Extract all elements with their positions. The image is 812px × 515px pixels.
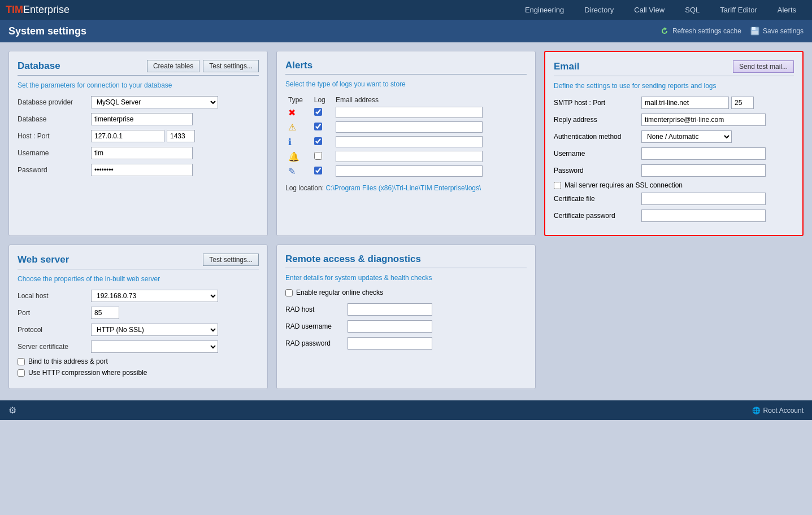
alert-row-edit: ✎ xyxy=(285,164,527,178)
rad-password-input[interactable] xyxy=(348,337,432,350)
alert-error-email-input[interactable] xyxy=(336,107,483,118)
email-password-input[interactable] xyxy=(641,164,766,177)
save-settings-button[interactable]: Save settings xyxy=(750,26,804,36)
rad-password-label: RAD password xyxy=(285,339,348,347)
logo-enterprise: Enterprise xyxy=(23,4,70,16)
rad-host-label: RAD host xyxy=(285,305,348,313)
alerts-panel: Alerts Select the type of logs you want … xyxy=(276,51,536,236)
reply-address-input[interactable] xyxy=(641,114,766,126)
db-username-input[interactable] xyxy=(91,147,193,159)
refresh-settings-button[interactable]: Refresh settings cache xyxy=(659,26,741,36)
db-host-label: Host : Port xyxy=(18,132,91,140)
alerts-col-email: Email address xyxy=(333,95,527,105)
reply-address-row: Reply address xyxy=(554,114,794,126)
webserver-port-row: Port xyxy=(18,307,259,319)
email-subtitle: Define the settings to use for sending r… xyxy=(554,82,794,90)
db-password-input[interactable] xyxy=(91,164,193,176)
alert-row-warning: ⚠ xyxy=(285,120,527,134)
email-username-input[interactable] xyxy=(641,147,766,160)
db-username-label: Username xyxy=(18,149,91,157)
compress-checkbox[interactable] xyxy=(18,369,25,377)
nav-call-view[interactable]: Call View xyxy=(624,0,675,20)
alert-warning-log-check[interactable] xyxy=(314,123,322,130)
test-webserver-button[interactable]: Test settings... xyxy=(203,254,259,266)
auth-method-row: Authentication method None / Automatic P… xyxy=(554,130,794,143)
nav-tariff-editor[interactable]: Tariff Editor xyxy=(710,0,767,20)
webserver-port-input[interactable] xyxy=(91,307,119,319)
smtp-host-label: SMTP host : Port xyxy=(554,99,641,107)
db-host-input[interactable] xyxy=(91,130,164,142)
auth-method-select[interactable]: None / Automatic Plain Login CRAM-MD5 xyxy=(641,130,732,143)
smtp-host-row: SMTP host : Port xyxy=(554,97,794,109)
compress-label: Use HTTP compression where possible xyxy=(28,369,147,377)
compress-check-row: Use HTTP compression where possible xyxy=(18,369,259,377)
enable-checks-checkbox[interactable] xyxy=(285,289,293,296)
bind-label: Bind to this address & port xyxy=(28,357,108,365)
ssl-check-row: Mail server requires an SSL connection xyxy=(554,181,794,189)
cert-password-label: Certificate password xyxy=(554,212,641,220)
server-cert-select[interactable] xyxy=(91,341,218,353)
alert-info-icon: ℹ xyxy=(288,137,292,147)
alert-bell-email-input[interactable] xyxy=(336,151,483,162)
alert-edit-email-input[interactable] xyxy=(336,165,483,177)
smtp-port-input[interactable] xyxy=(731,97,754,109)
db-port-input[interactable] xyxy=(167,130,195,142)
database-panel: Database Create tables Test settings... … xyxy=(8,51,268,236)
cert-file-input[interactable] xyxy=(641,193,766,205)
rad-username-row: RAD username xyxy=(285,320,527,333)
webserver-panel-title: Web server Test settings... xyxy=(18,254,259,269)
bind-checkbox[interactable] xyxy=(18,358,25,365)
db-provider-label: Database provider xyxy=(18,98,91,106)
alert-info-email-input[interactable] xyxy=(336,136,483,147)
reply-address-label: Reply address xyxy=(554,116,641,124)
enable-checks-row: Enable regular online checks xyxy=(285,289,527,296)
nav-engineering[interactable]: Engineering xyxy=(515,0,574,20)
alert-edit-icon: ✎ xyxy=(288,167,296,176)
create-tables-button[interactable]: Create tables xyxy=(147,60,199,72)
test-db-settings-button[interactable]: Test settings... xyxy=(203,60,259,72)
remote-panel-title: Remote access & diagnostics xyxy=(285,254,527,268)
database-subtitle: Set the parameters for connection to you… xyxy=(18,81,259,89)
cert-file-row: Certificate file xyxy=(554,193,794,205)
local-host-select[interactable]: 192.168.0.73 xyxy=(91,290,218,302)
webserver-subtitle: Choose the properties of the in-built we… xyxy=(18,275,259,283)
auth-method-label: Authentication method xyxy=(554,133,641,141)
db-provider-select[interactable]: MySQL Server SQL Server Oracle xyxy=(91,96,218,108)
db-database-input[interactable] xyxy=(91,113,193,125)
db-provider-row: Database provider MySQL Server SQL Serve… xyxy=(18,96,259,108)
alert-error-log-check[interactable] xyxy=(314,108,322,116)
bottom-right: 🌐 Root Account xyxy=(752,407,804,414)
globe-icon: 🌐 xyxy=(752,407,761,414)
db-database-label: Database xyxy=(18,115,91,123)
alert-bell-log-check[interactable] xyxy=(314,152,322,160)
nav-directory[interactable]: Directory xyxy=(574,0,624,20)
local-host-label: Local host xyxy=(18,292,91,300)
ssl-checkbox[interactable] xyxy=(554,182,561,189)
server-cert-row: Server certificate xyxy=(18,341,259,353)
header-actions: Refresh settings cache Save settings xyxy=(659,26,804,36)
protocol-label: Protocol xyxy=(18,326,91,334)
save-label: Save settings xyxy=(763,27,804,35)
smtp-host-input[interactable] xyxy=(641,97,729,109)
svg-rect-2 xyxy=(752,31,758,34)
db-host-port-group xyxy=(91,130,195,142)
gear-icon[interactable]: ⚙ xyxy=(8,405,16,416)
log-location: Log location: C:\Program Files (x86)\Tri… xyxy=(285,184,527,192)
rad-username-input[interactable] xyxy=(348,320,432,333)
alert-info-log-check[interactable] xyxy=(314,137,322,145)
db-password-label: Password xyxy=(18,166,91,174)
send-test-mail-button[interactable]: Send test mail... xyxy=(733,60,794,73)
email-username-label: Username xyxy=(554,150,641,158)
nav-alerts[interactable]: Alerts xyxy=(767,0,806,20)
rad-host-input[interactable] xyxy=(348,303,432,316)
empty-cell xyxy=(544,245,804,389)
alert-warning-email-input[interactable] xyxy=(336,121,483,133)
webserver-panel: Web server Test settings... Choose the p… xyxy=(8,245,268,389)
nav-sql[interactable]: SQL xyxy=(675,0,710,20)
cert-password-input[interactable] xyxy=(641,210,766,222)
alert-edit-log-check[interactable] xyxy=(314,167,322,174)
ssl-label: Mail server requires an SSL connection xyxy=(565,181,683,189)
protocol-select[interactable]: HTTP (No SSL) HTTPS (SSL) xyxy=(91,324,218,336)
alert-bell-icon: 🔔 xyxy=(288,152,299,162)
protocol-row: Protocol HTTP (No SSL) HTTPS (SSL) xyxy=(18,324,259,336)
